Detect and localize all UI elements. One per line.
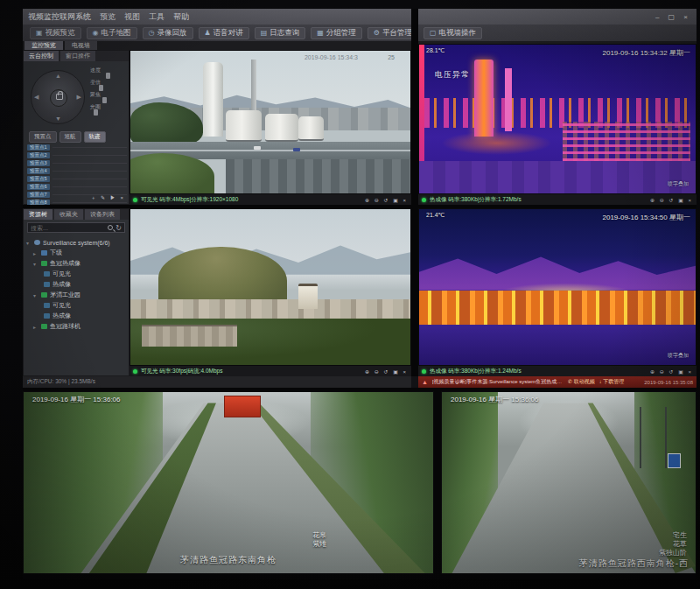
expand-icon[interactable]: ▾ (33, 261, 38, 267)
alarm-text: [视频质量诊断]事件来源:Surveillance system鱼冠热成像-Py… (432, 378, 564, 386)
tree-node-subordinate[interactable]: ▸下级 (26, 248, 126, 258)
menu-preview[interactable]: 预览 (100, 11, 116, 23)
ptz-left-arrow-icon[interactable]: ◀ (34, 94, 38, 101)
ptz-tab-control[interactable]: 云台控制 (24, 51, 59, 61)
video-feed-industrial-thermal[interactable]: 28.1℃ 2019-09-16 15:34:32 星期一 电压异常 喷字叠加 (418, 44, 696, 194)
tab-monitor-preview[interactable]: 监控预览 (24, 41, 63, 50)
refresh-icon[interactable]: ↻ (116, 224, 122, 232)
toolbar-button-log[interactable]: ▤日志查询 (255, 27, 306, 39)
video-feed-landscape-visible[interactable] (130, 208, 411, 366)
preset-chip[interactable]: 预置点4 (27, 168, 50, 174)
stream-toolbar-icons[interactable]: ⊕ ⊖ ↺ ▣ × (650, 368, 693, 375)
pagoda-building-shape (298, 284, 318, 308)
expand-icon[interactable]: ▾ (26, 240, 32, 246)
video-feed-industrial-visible[interactable]: 2019-09-16 15:34:3 25 (130, 50, 411, 194)
stream-status-bar: 热成像 码率:380Kb|分辨率:1.24Mb/s ⊕ ⊖ ↺ ▣ × (418, 366, 696, 376)
monitor-bezel-horizontal (23, 205, 696, 208)
menu-help[interactable]: 帮助 (173, 11, 189, 23)
server-icon (34, 240, 40, 245)
tree-tab-resources[interactable]: 资源树 (24, 209, 52, 220)
preset-chip[interactable]: 预置点3 (27, 160, 50, 166)
toolbar-button-map[interactable]: ◉电子地图 (87, 27, 137, 39)
window-controls[interactable]: – ▢ × (655, 13, 691, 21)
ptz-center-button[interactable] (50, 89, 67, 107)
toolbar-button-videowall[interactable]: ▢电视墙操作 (424, 27, 482, 39)
preset-row[interactable]: 预置点5 (27, 175, 127, 182)
utility-pole-shape (665, 407, 667, 468)
ptz-directional-pad[interactable]: ▲ ▼ ◀ ▶ (31, 70, 85, 124)
ptz-tab-window[interactable]: 窗口操作 (60, 51, 95, 61)
ptz-mode-buttons: 预置点 巡航 轨迹 (29, 131, 106, 143)
video-feed-road-southwest[interactable]: 2019-09-16 星期一 15:36:06 宅生 花草 紫独山阶 茅清路鱼冠… (441, 391, 696, 574)
linked-video-button[interactable]: ✆ 联动视频 (568, 378, 595, 386)
search-icon[interactable] (108, 225, 113, 230)
pattern-mode-button[interactable]: 轨迹 (84, 131, 106, 143)
stream-toolbar-icons[interactable]: ⊕ ⊖ ↺ ▣ × (650, 197, 693, 203)
download-manager-button[interactable]: ↓ 下载管理 (599, 378, 625, 386)
tree-node-visible-channel[interactable]: 可见光 (26, 300, 126, 311)
intercom-icon: ♟ (205, 29, 211, 37)
ptz-right-arrow-icon[interactable]: ▶ (77, 94, 81, 101)
preset-row[interactable]: 预置点6 (27, 183, 127, 190)
preset-row[interactable]: 预置点1 (27, 144, 127, 151)
search-input[interactable] (31, 225, 105, 231)
toolbar-label: 电子地图 (102, 28, 131, 39)
preset-row[interactable]: 预置点3 (27, 159, 127, 166)
osd-temperature: 28.1℃ (426, 47, 445, 54)
ptz-up-arrow-icon[interactable]: ▲ (55, 73, 61, 79)
toolbar-button-playback[interactable]: ◷录像回放 (143, 27, 193, 39)
ptz-slider-speed: 速度 (90, 67, 127, 74)
osd-timestamp: 2019-09-16 星期一 15:36:06 (32, 395, 121, 404)
stream-toolbar-icons[interactable]: ⊕ ⊖ ↺ ▣ × (365, 368, 408, 375)
slider-thumb[interactable] (99, 85, 103, 91)
tree-node-thermal-channel[interactable]: 热成像 (26, 279, 126, 290)
osd-timestamp: 2019-09-16 15:34:3 (304, 54, 358, 60)
preset-chip[interactable]: 预置点2 (27, 152, 50, 158)
tree-node-root[interactable]: ▾Surveillance system(6/6) (26, 237, 126, 248)
tree-node-label: 鱼冠路球机 (50, 322, 80, 331)
preset-chip[interactable]: 预置点1 (27, 144, 50, 151)
tree-node-label: 下级 (50, 249, 62, 257)
tree-node-thermal-cam[interactable]: ▾鱼冠热成像 (26, 258, 126, 269)
preset-chip[interactable]: 预置点6 (27, 184, 50, 190)
menu-view[interactable]: 视图 (124, 11, 140, 23)
preset-row[interactable]: 预置点4 (27, 167, 127, 174)
menu-tools[interactable]: 工具 (149, 11, 164, 23)
stream-icon (44, 271, 50, 277)
thermal-landscape-scene (419, 209, 696, 365)
expand-icon[interactable]: ▸ (33, 324, 38, 330)
preset-chip[interactable]: 预置点7 (27, 192, 50, 198)
tree-node-thermal-channel[interactable]: 热成像 (26, 311, 126, 321)
tree-node-visible-channel[interactable]: 可见光 (26, 269, 126, 279)
ptz-slider-iris: 光圈 (90, 103, 127, 111)
tree-tab-devices[interactable]: 设备列表 (85, 209, 120, 220)
stream-toolbar-icons[interactable]: ⊕ ⊖ ↺ ▣ × (365, 197, 408, 203)
expand-icon[interactable]: ▾ (33, 292, 38, 298)
preset-mode-button[interactable]: 预置点 (29, 131, 57, 143)
preset-toolbar-icons[interactable]: ＋ ✎ ▶ × (90, 194, 125, 202)
tree-node-industrial-cam[interactable]: ▾茅清工业园 (26, 290, 126, 300)
alarm-timestamp: 2019-09-16 15:35:08 (644, 380, 693, 385)
preset-chip[interactable]: 预置点5 (27, 176, 50, 182)
slider-thumb[interactable] (94, 109, 98, 116)
slider-thumb[interactable] (102, 97, 107, 103)
group-icon: ▦ (317, 29, 324, 37)
device-tree: ▾Surveillance system(6/6) ▸下级 ▾鱼冠热成像 可见光… (24, 235, 129, 333)
patrol-mode-button[interactable]: 巡航 (60, 131, 81, 143)
video-feed-landscape-thermal[interactable]: 21.4℃ 2019-09-16 15:34:50 星期一 喷字叠加 (418, 208, 696, 366)
preset-row[interactable]: 预置点2 (27, 151, 127, 158)
toolbar-label: 电视墙操作 (439, 28, 477, 39)
ptz-down-arrow-icon[interactable]: ▼ (55, 116, 61, 122)
video-feed-road-southeast[interactable]: 2019-09-16 星期一 15:36:06 花皋 紫雉 茅清路鱼冠路东南角枪 (23, 391, 434, 574)
expand-icon[interactable]: ▸ (33, 250, 38, 256)
alarm-notification-bar: ▲ [视频质量诊断]事件来源:Surveillance system鱼冠热成像-… (418, 376, 696, 388)
preset-divider (52, 155, 127, 156)
tab-tv-wall[interactable]: 电视墙 (65, 41, 97, 50)
osd-temperature: 21.4℃ (426, 212, 445, 219)
tree-node-dome-cam[interactable]: ▸鱼冠路球机 (26, 321, 126, 332)
toolbar-button-group[interactable]: ▦分组管理 (311, 27, 362, 39)
tree-tab-favorites[interactable]: 收藏夹 (54, 209, 83, 220)
slider-thumb[interactable] (106, 73, 110, 79)
toolbar-button-preview[interactable]: ▣视频预览 (30, 27, 81, 39)
toolbar-button-intercom[interactable]: ♟语音对讲 (199, 27, 249, 39)
